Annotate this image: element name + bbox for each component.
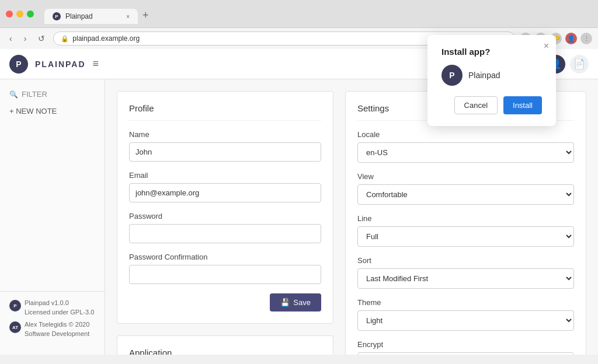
encrypt-form-group: Encrypt No Yes bbox=[357, 340, 574, 355]
url-text: plainpad.example.org bbox=[72, 34, 140, 43]
install-popup: × Install app? P Plainpad Cancel Install bbox=[427, 35, 556, 126]
name-form-group: Name bbox=[129, 130, 321, 162]
line-select[interactable]: Full Single bbox=[357, 226, 574, 247]
name-label: Name bbox=[129, 130, 321, 139]
new-note-btn[interactable]: + NEW NOTE bbox=[0, 102, 105, 120]
theme-form-group: Theme Light Dark bbox=[357, 298, 574, 331]
password-confirm-input[interactable] bbox=[129, 265, 321, 284]
author-avatar: AT bbox=[9, 321, 21, 333]
new-note-label: + NEW NOTE bbox=[9, 107, 57, 116]
tab-label: Plainpad bbox=[65, 12, 93, 20]
application-card: Application You can install Plainpad and… bbox=[117, 335, 333, 355]
tab-close-btn[interactable]: × bbox=[126, 13, 130, 20]
author-sub-text: Software Development bbox=[25, 330, 89, 338]
notes-btn[interactable]: 📄 bbox=[570, 55, 589, 74]
filter-label: FILTER bbox=[22, 90, 47, 99]
app-logo: P bbox=[9, 55, 28, 74]
popup-actions: Cancel Install bbox=[441, 96, 542, 114]
popup-app-info: P Plainpad bbox=[441, 65, 542, 86]
popup-cancel-btn[interactable]: Cancel bbox=[454, 96, 498, 114]
locale-form-group: Locale en-US de-DE fr-FR es-ES bbox=[357, 130, 574, 163]
encrypt-select[interactable]: No Yes bbox=[357, 352, 574, 355]
sort-label: Sort bbox=[357, 256, 574, 265]
view-form-group: View Comfortable Compact bbox=[357, 172, 574, 205]
line-label: Line bbox=[357, 214, 574, 223]
version-text: Plainpad v1.0.0 bbox=[25, 299, 94, 307]
sidebar: 🔍 FILTER + NEW NOTE P Plainpad v1.0.0 Li… bbox=[0, 79, 105, 355]
new-tab-btn[interactable]: + bbox=[138, 7, 154, 24]
user-icon[interactable]: 👤 bbox=[565, 33, 577, 44]
search-icon: 🔍 bbox=[9, 90, 18, 99]
menu-icon[interactable]: ≡ bbox=[93, 58, 99, 70]
popup-app-name: Plainpad bbox=[468, 71, 500, 80]
lock-icon: 🔒 bbox=[61, 35, 69, 43]
name-input[interactable] bbox=[129, 142, 321, 162]
view-label: View bbox=[357, 172, 574, 181]
refresh-btn[interactable]: ↺ bbox=[34, 33, 48, 44]
popup-install-btn[interactable]: Install bbox=[503, 96, 542, 114]
app-name: PLAINPAD bbox=[35, 60, 86, 69]
popup-app-icon: P bbox=[441, 65, 463, 86]
email-input[interactable] bbox=[129, 183, 321, 202]
save-icon: 💾 bbox=[280, 298, 290, 307]
view-select[interactable]: Comfortable Compact bbox=[357, 184, 574, 205]
author-text: Alex Tselegidis © 2020 bbox=[25, 320, 89, 329]
password-confirm-label: Password Confirmation bbox=[129, 253, 321, 261]
sort-select[interactable]: Last Modified First Last Created First A… bbox=[357, 268, 574, 289]
theme-select[interactable]: Light Dark bbox=[357, 310, 574, 331]
settings-card: Settings Locale en-US de-DE fr-FR es-ES … bbox=[345, 91, 586, 355]
forward-btn[interactable]: › bbox=[20, 33, 30, 44]
line-form-group: Line Full Single bbox=[357, 214, 574, 247]
password-confirm-form-group: Password Confirmation bbox=[129, 253, 321, 284]
password-label: Password bbox=[129, 212, 321, 220]
encrypt-label: Encrypt bbox=[357, 340, 574, 349]
popup-title: Install app? bbox=[441, 47, 542, 57]
theme-label: Theme bbox=[357, 298, 574, 307]
application-card-title: Application bbox=[129, 348, 321, 355]
popup-close-btn[interactable]: × bbox=[544, 41, 549, 51]
maximize-traffic-light[interactable] bbox=[27, 10, 34, 18]
filter-input[interactable]: 🔍 FILTER bbox=[0, 86, 105, 102]
sort-form-group: Sort Last Modified First Last Created Fi… bbox=[357, 256, 574, 289]
license-text: Licensed under GPL-3.0 bbox=[25, 308, 94, 317]
password-form-group: Password bbox=[129, 212, 321, 243]
sidebar-footer: P Plainpad v1.0.0 Licensed under GPL-3.0… bbox=[0, 291, 105, 348]
email-form-group: Email bbox=[129, 171, 321, 202]
close-traffic-light[interactable] bbox=[6, 10, 13, 18]
back-btn[interactable]: ‹ bbox=[6, 33, 16, 44]
extension-icon[interactable]: ⋮ bbox=[580, 33, 592, 44]
tab-favicon: P bbox=[53, 12, 61, 20]
profile-save-btn[interactable]: 💾 Save bbox=[270, 293, 321, 312]
email-label: Email bbox=[129, 171, 321, 180]
profile-card: Profile Name Email Password Pass bbox=[117, 91, 333, 324]
minimize-traffic-light[interactable] bbox=[16, 10, 23, 18]
profile-card-title: Profile bbox=[129, 103, 321, 121]
browser-tab[interactable]: P Plainpad × bbox=[44, 9, 138, 24]
locale-select[interactable]: en-US de-DE fr-FR es-ES bbox=[357, 142, 574, 163]
app-avatar: P bbox=[9, 300, 21, 312]
password-input[interactable] bbox=[129, 224, 321, 243]
locale-label: Locale bbox=[357, 130, 574, 139]
